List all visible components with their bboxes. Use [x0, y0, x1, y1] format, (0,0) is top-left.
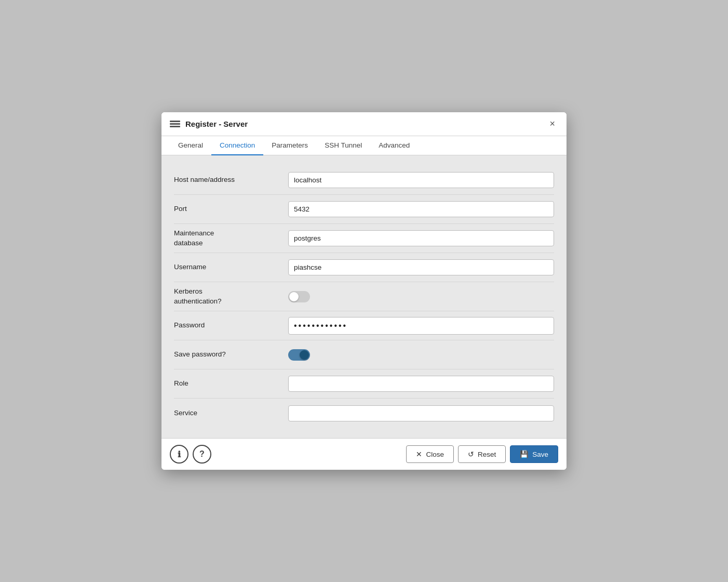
role-label: Role	[174, 379, 288, 389]
port-label: Port	[174, 204, 288, 214]
dialog-title: Register - Server	[185, 120, 248, 128]
host-row: Host name/address	[174, 166, 554, 195]
maintenance-db-label: Maintenance database	[174, 229, 288, 248]
tab-advanced[interactable]: Advanced	[370, 136, 418, 155]
service-label: Service	[174, 408, 288, 418]
close-button[interactable]: ✕ Close	[406, 445, 454, 463]
password-control	[288, 317, 554, 335]
username-input[interactable]	[288, 259, 554, 275]
service-row: Service	[174, 399, 554, 428]
service-input[interactable]	[288, 405, 554, 421]
save-password-row: Save password?	[174, 340, 554, 369]
kerberos-control	[288, 291, 554, 302]
maintenance-db-input[interactable]	[288, 230, 554, 246]
kerberos-toggle[interactable]	[288, 291, 310, 302]
username-control	[288, 259, 554, 275]
kerberos-label: Kerberos authentication?	[174, 287, 288, 307]
reset-button[interactable]: ↺ Reset	[458, 445, 506, 463]
help-button[interactable]: ?	[193, 445, 211, 464]
save-password-toggle[interactable]	[288, 349, 310, 361]
service-control	[288, 405, 554, 421]
maintenance-db-row: Maintenance database	[174, 224, 554, 253]
host-input[interactable]	[288, 172, 554, 188]
footer-left: ℹ ?	[170, 445, 211, 464]
close-icon: ✕	[416, 450, 422, 458]
reset-label: Reset	[478, 451, 496, 458]
tab-connection[interactable]: Connection	[211, 136, 263, 155]
save-icon: 💾	[520, 450, 529, 458]
host-label: Host name/address	[174, 175, 288, 185]
password-row: Password	[174, 311, 554, 340]
username-label: Username	[174, 262, 288, 272]
tab-bar: General Connection Parameters SSH Tunnel…	[161, 136, 567, 155]
tab-parameters[interactable]: Parameters	[263, 136, 316, 155]
reset-icon: ↺	[468, 450, 474, 458]
dialog-close-button[interactable]: ×	[546, 117, 558, 130]
kerberos-row: Kerberos authentication?	[174, 282, 554, 311]
role-input[interactable]	[288, 376, 554, 392]
close-label: Close	[426, 451, 444, 458]
port-control	[288, 201, 554, 217]
titlebar: Register - Server ×	[161, 112, 567, 136]
password-input[interactable]	[288, 317, 554, 335]
form-area: Host name/address Port Maintenance datab…	[161, 155, 567, 438]
register-server-dialog: Register - Server × General Connection P…	[161, 112, 567, 470]
save-button[interactable]: 💾 Save	[510, 445, 558, 463]
port-input[interactable]	[288, 201, 554, 217]
tab-general[interactable]: General	[170, 136, 211, 155]
save-password-control	[288, 349, 554, 361]
server-icon	[170, 120, 180, 128]
port-row: Port	[174, 195, 554, 224]
role-control	[288, 376, 554, 392]
footer: ℹ ? ✕ Close ↺ Reset 💾 Save	[161, 438, 567, 470]
host-control	[288, 172, 554, 188]
save-password-label: Save password?	[174, 350, 288, 360]
password-label: Password	[174, 321, 288, 330]
footer-right: ✕ Close ↺ Reset 💾 Save	[406, 445, 558, 463]
maintenance-db-control	[288, 230, 554, 246]
tab-ssh-tunnel[interactable]: SSH Tunnel	[316, 136, 370, 155]
role-row: Role	[174, 369, 554, 399]
title-area: Register - Server	[170, 120, 248, 128]
info-button[interactable]: ℹ	[170, 445, 188, 464]
username-row: Username	[174, 253, 554, 282]
save-label: Save	[532, 451, 548, 458]
